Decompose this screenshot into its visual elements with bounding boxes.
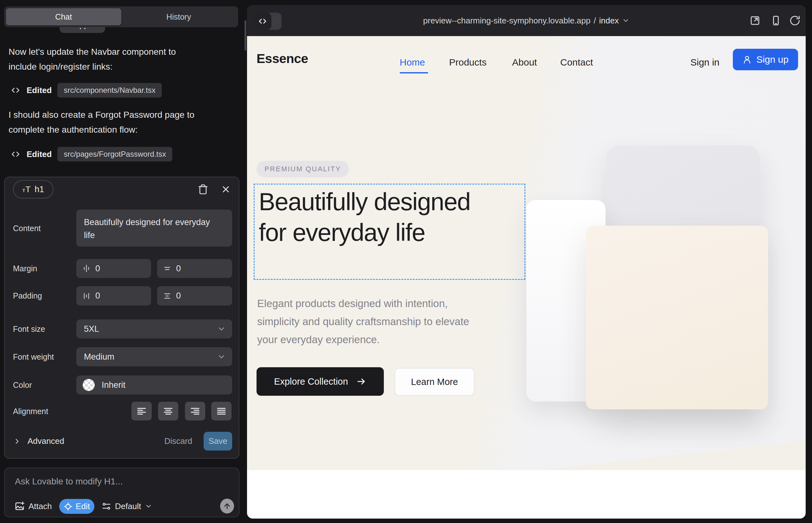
chat-history-tabs: Chat History xyxy=(4,6,238,27)
trash-icon xyxy=(198,184,208,195)
url-path: index xyxy=(599,16,619,26)
color-select[interactable]: Inherit xyxy=(76,376,232,395)
image-plus-icon xyxy=(15,501,25,511)
edit-mode-button[interactable]: Edit xyxy=(59,499,94,514)
url-text: preview--charming-site-symphony.lovable.… xyxy=(423,16,590,26)
padding-label: Padding xyxy=(13,291,42,301)
font-weight-label: Font weight xyxy=(13,353,54,362)
color-swatch xyxy=(83,379,95,391)
arrow-up-icon xyxy=(223,502,231,510)
align-justify-icon xyxy=(216,405,227,417)
selected-element-outline[interactable]: Beautifully designed for everyday life xyxy=(254,184,525,280)
premium-quality-badge: PREMIUM QUALITY xyxy=(257,161,349,177)
font-size-label: Font size xyxy=(13,325,45,334)
refresh-icon xyxy=(789,15,800,26)
decor-beige-card xyxy=(586,226,768,409)
browser-preview-frame: preview--charming-site-symphony.lovable.… xyxy=(247,5,806,519)
hero-description: Elegant products designed with intention… xyxy=(257,294,479,348)
edited-file-row: Edited src/components/Navbar.tsx xyxy=(10,82,162,98)
font-weight-select[interactable]: Medium xyxy=(76,347,232,366)
site-navbar: Essence Home Products About Contact Sign… xyxy=(247,36,806,87)
code-icon xyxy=(10,149,21,160)
user-icon xyxy=(742,55,752,64)
scrolled-chip-remnant xyxy=(59,27,105,33)
site-preview: Essence Home Products About Contact Sign… xyxy=(247,36,806,519)
chat-scrollbar[interactable] xyxy=(245,20,246,51)
code-icon xyxy=(10,85,21,96)
close-panel-button[interactable] xyxy=(219,183,232,196)
discard-button[interactable]: Discard xyxy=(162,432,194,451)
margin-horizontal-icon xyxy=(82,264,91,273)
sign-up-button[interactable]: Sign up xyxy=(733,49,798,70)
url-separator: / xyxy=(594,16,596,26)
chevron-down-icon xyxy=(217,325,226,333)
align-right-button[interactable] xyxy=(185,402,205,420)
chat-composer: Ask Lovable to modify H1... Attach Edit … xyxy=(4,468,240,517)
align-justify-button[interactable] xyxy=(211,402,231,420)
nav-link-about[interactable]: About xyxy=(512,57,537,68)
hero-headline[interactable]: Beautifully designed for everyday life xyxy=(259,186,499,248)
color-label: Color xyxy=(13,381,32,390)
chat-message: Now let's update the Navbar component to… xyxy=(8,44,205,74)
send-button[interactable] xyxy=(220,499,234,513)
align-left-icon xyxy=(136,405,147,417)
edited-file-row: Edited src/pages/ForgotPassword.tsx xyxy=(10,146,172,162)
margin-vertical-input[interactable]: 0 xyxy=(157,259,232,278)
content-input[interactable]: Beautifully designed for everyday life xyxy=(76,210,232,247)
content-label: Content xyxy=(13,224,41,233)
align-center-icon xyxy=(162,405,174,417)
padding-vertical-input[interactable]: 0 xyxy=(157,286,232,306)
external-link-icon xyxy=(749,15,761,26)
decor-diagonal-wedge xyxy=(538,441,806,470)
refresh-button[interactable] xyxy=(789,15,800,26)
nav-link-home[interactable]: Home xyxy=(400,57,425,68)
close-icon xyxy=(221,184,231,194)
file-chip[interactable]: src/pages/ForgotPassword.tsx xyxy=(57,147,172,161)
mobile-view-button[interactable] xyxy=(770,15,782,26)
selected-element-tag: тT h1 xyxy=(13,180,54,198)
align-center-button[interactable] xyxy=(158,402,178,420)
chevron-right-icon xyxy=(13,437,21,446)
sign-in-link[interactable]: Sign in xyxy=(690,57,720,68)
edited-label: Edited xyxy=(27,149,52,159)
explore-collection-button[interactable]: Explore Collection xyxy=(257,367,384,396)
edited-label: Edited xyxy=(27,86,52,95)
hero-section: Essence Home Products About Contact Sign… xyxy=(247,36,806,470)
save-button[interactable]: Save xyxy=(204,432,232,451)
nav-link-contact[interactable]: Contact xyxy=(560,57,593,68)
default-mode-button[interactable]: Default xyxy=(102,499,152,514)
delete-element-button[interactable] xyxy=(197,183,209,196)
align-left-button[interactable] xyxy=(131,402,152,420)
margin-label: Margin xyxy=(13,264,37,273)
margin-horizontal-input[interactable]: 0 xyxy=(76,259,151,278)
element-tag-name: h1 xyxy=(35,184,44,194)
open-in-new-tab-button[interactable] xyxy=(749,15,761,26)
smartphone-icon xyxy=(770,15,782,26)
file-chip[interactable]: src/components/Navbar.tsx xyxy=(57,83,161,97)
advanced-toggle[interactable]: Advanced xyxy=(13,432,64,451)
chevron-down-icon xyxy=(622,17,630,24)
composer-input[interactable]: Ask Lovable to modify H1... xyxy=(15,476,123,487)
padding-horizontal-icon xyxy=(82,292,91,301)
browser-toolbar: preview--charming-site-symphony.lovable.… xyxy=(247,5,806,36)
crosshair-icon xyxy=(64,502,72,511)
padding-horizontal-input[interactable]: 0 xyxy=(76,286,151,306)
sliders-icon xyxy=(102,502,111,511)
tab-chat[interactable]: Chat xyxy=(6,8,121,25)
site-logo[interactable]: Essence xyxy=(257,51,308,66)
padding-vertical-icon xyxy=(163,292,172,301)
font-size-select[interactable]: 5XL xyxy=(76,320,232,339)
learn-more-button[interactable]: Learn More xyxy=(394,368,474,396)
align-right-icon xyxy=(189,405,201,417)
element-editor-panel: тT h1 Content Beautifully designed for e… xyxy=(4,177,240,459)
url-bar[interactable]: preview--charming-site-symphony.lovable.… xyxy=(247,5,806,36)
chevron-down-icon xyxy=(217,353,226,361)
arrow-right-icon xyxy=(356,376,366,386)
chat-message: I should also create a Forgot Password p… xyxy=(8,107,205,137)
attach-button[interactable]: Attach xyxy=(15,499,52,514)
active-nav-underline xyxy=(400,72,428,73)
nav-link-products[interactable]: Products xyxy=(449,57,487,68)
margin-vertical-icon xyxy=(163,264,172,273)
chevron-down-icon xyxy=(145,502,152,510)
tab-history[interactable]: History xyxy=(121,8,236,25)
